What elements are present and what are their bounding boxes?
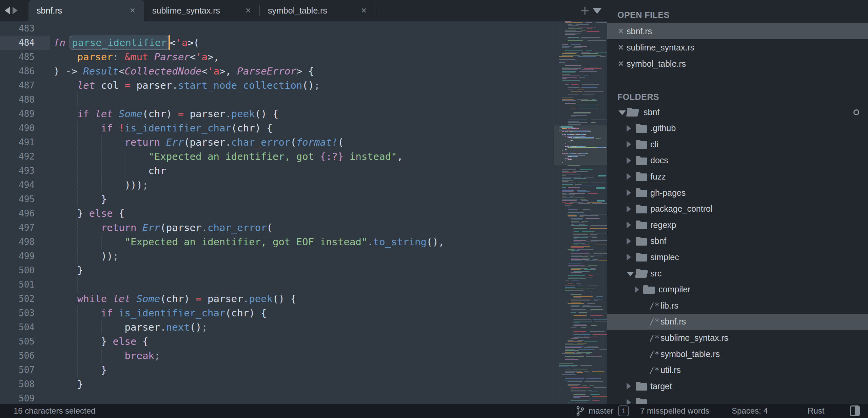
- new-tab-button[interactable]: +: [577, 3, 593, 18]
- syntax-status[interactable]: Rust: [808, 404, 824, 418]
- tree-file-sublime_syntax.rs[interactable]: /*sublime_syntax.rs: [607, 330, 868, 346]
- tab-close-icon[interactable]: ×: [360, 5, 368, 16]
- chevron-right-icon[interactable]: [627, 222, 631, 228]
- line-number: 484: [0, 36, 35, 50]
- selected-text: parse_identifier: [70, 36, 169, 50]
- chevron-right-icon[interactable]: [627, 173, 631, 180]
- close-file-icon[interactable]: ×: [618, 59, 624, 68]
- history-forward-icon[interactable]: [13, 7, 18, 14]
- tree-file-util.rs[interactable]: /*util.rs: [607, 362, 868, 378]
- folder-open-icon: [627, 108, 638, 117]
- tree-item-label: .github: [650, 123, 676, 133]
- chevron-right-icon[interactable]: [627, 206, 631, 212]
- code-line-497: 497 return Err(parser.char_error(: [0, 221, 554, 235]
- token: let: [113, 293, 131, 305]
- chevron-right-icon[interactable]: [627, 141, 631, 148]
- tree-folder-partial[interactable]: [607, 394, 868, 404]
- code-text: } else {: [54, 334, 148, 349]
- tree-folder-docs[interactable]: docs: [607, 152, 868, 169]
- tree-folder-.github[interactable]: .github: [607, 120, 868, 137]
- code-text: "Expected an identifier, got {:?} instea…: [54, 149, 403, 164]
- chevron-right-icon[interactable]: [627, 238, 631, 245]
- tree-folder-sbnf[interactable]: sbnf: [607, 104, 868, 120]
- token: }: [54, 193, 107, 205]
- tree-folder-target[interactable]: target: [607, 378, 868, 394]
- tree-file-sbnf.rs[interactable]: /*sbnf.rs: [607, 314, 868, 330]
- spellcheck-status[interactable]: 7 misspelled words: [640, 404, 709, 418]
- line-number: 489: [0, 107, 35, 121]
- tab-close-icon[interactable]: ×: [129, 5, 137, 16]
- token: [54, 137, 125, 148]
- token: .: [160, 321, 166, 333]
- git-branch-badge: 1: [618, 405, 629, 416]
- tree-item-label: gh-pages: [650, 188, 686, 198]
- token: <: [170, 37, 176, 48]
- code-line-502: 502 while let Some(chr) = parser.peek() …: [0, 292, 554, 306]
- tree-folder-compiler[interactable]: compiler: [607, 281, 868, 298]
- code-text: parser: &mut Parser<'a>,: [54, 50, 219, 64]
- tab-sublime_syntax.rs[interactable]: sublime_syntax.rs×: [144, 0, 260, 21]
- chevron-right-icon[interactable]: [627, 125, 631, 132]
- token: (),: [427, 236, 444, 248]
- chevron-right-icon[interactable]: [627, 254, 631, 260]
- chevron-down-icon[interactable]: [618, 110, 626, 115]
- token: to_string: [373, 236, 427, 248]
- chevron-down-icon[interactable]: [627, 272, 634, 276]
- open-file-symbol_table.rs[interactable]: ×symbol_table.rs: [607, 56, 868, 72]
- chevron-right-icon[interactable]: [635, 286, 639, 293]
- token: [54, 151, 148, 162]
- tab-sbnf.rs[interactable]: sbnf.rs×: [28, 0, 144, 21]
- chevron-right-icon[interactable]: [627, 399, 631, 404]
- tree-folder-src[interactable]: src: [607, 265, 868, 281]
- minimap[interactable]: [554, 21, 608, 404]
- tree-folder-regexp[interactable]: regexp: [607, 217, 868, 233]
- tree-folder-gh-pages[interactable]: gh-pages: [607, 185, 868, 201]
- tree-folder-fuzz[interactable]: fuzz: [607, 168, 868, 185]
- panel-toggle-button[interactable]: [850, 404, 860, 418]
- code-line-487: 487 let col = parser.start_node_collecti…: [0, 78, 554, 92]
- tab-close-icon[interactable]: ×: [244, 5, 252, 16]
- history-back-icon[interactable]: [5, 7, 10, 14]
- text-caret: [169, 35, 170, 50]
- tree-folder-sbnf[interactable]: sbnf: [607, 233, 868, 249]
- tree-folder-package_control[interactable]: package_control: [607, 201, 868, 217]
- code-line-496: 496 } else {: [0, 206, 554, 221]
- indent-guide: [77, 277, 78, 292]
- code-text: return Err(parser.char_error(format!(: [54, 135, 344, 149]
- token: if: [101, 122, 113, 134]
- tree-folder-cli[interactable]: cli: [607, 136, 868, 152]
- chevron-right-icon[interactable]: [627, 157, 631, 164]
- indentation-status[interactable]: Spaces: 4: [732, 404, 768, 418]
- line-number: 483: [0, 21, 35, 36]
- tree-folder-simplec[interactable]: simplec: [607, 249, 868, 265]
- tree-file-symbol_table.rs[interactable]: /*symbol_table.rs: [607, 346, 868, 362]
- code-editor[interactable]: 483484fn parse_identifier<'a>(485 parser…: [0, 21, 554, 404]
- token: is_identifier_char: [125, 122, 231, 134]
- line-number: 507: [0, 363, 35, 377]
- tree-file-lib.rs[interactable]: /*lib.rs: [607, 297, 868, 314]
- token: () {: [273, 293, 296, 305]
- git-branch-item[interactable]: master 1: [576, 404, 629, 418]
- token: <: [202, 65, 208, 77]
- token: parser: [54, 321, 160, 333]
- tab-overflow-icon[interactable]: [593, 8, 601, 14]
- close-file-icon[interactable]: ×: [618, 43, 624, 52]
- open-file-sublime_syntax.rs[interactable]: ×sublime_syntax.rs: [607, 39, 868, 56]
- close-file-icon[interactable]: ×: [618, 27, 624, 36]
- code-line-486: 486) -> Result<CollectedNode<'a>, ParseE…: [0, 64, 554, 78]
- tab-bar: sbnf.rs×sublime_syntax.rs×symbol_table.r…: [0, 0, 607, 21]
- folder-icon: [636, 253, 647, 262]
- tab-symbol_table.rs[interactable]: symbol_table.rs×: [260, 0, 375, 21]
- token: col: [95, 80, 124, 91]
- chevron-right-icon[interactable]: [627, 383, 631, 390]
- source-file-icon: /*: [649, 349, 659, 359]
- token: .: [172, 80, 178, 91]
- open-file-label: sbnf.rs: [627, 26, 652, 36]
- tree-item-label: package_control: [650, 204, 712, 214]
- code-text: }: [54, 363, 107, 377]
- line-number: 492: [0, 149, 35, 164]
- token: [89, 108, 95, 120]
- chevron-right-icon[interactable]: [627, 189, 631, 196]
- code-text: }: [54, 263, 83, 277]
- open-file-sbnf.rs[interactable]: ×sbnf.rs: [607, 23, 868, 39]
